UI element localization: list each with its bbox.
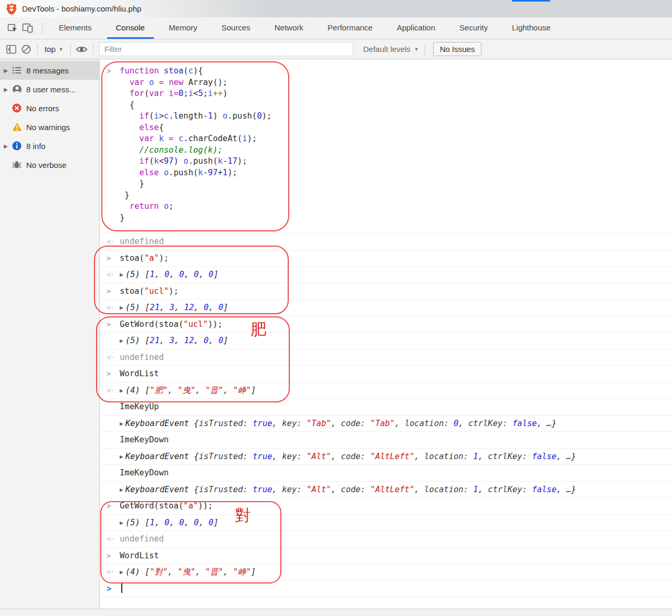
context-selector[interactable]: top ▼ [41, 45, 67, 54]
device-toolbar-icon[interactable] [20, 21, 35, 36]
info-icon [12, 141, 22, 151]
console-row-result: <·▶(5) [1, 0, 0, 0, 0] [100, 267, 672, 283]
tab-application[interactable]: Application [388, 17, 444, 39]
message-text: ▶KeyboardEvent {isTrusted: true, key: "T… [120, 419, 556, 428]
expand-triangle-icon[interactable]: ▶ [120, 486, 123, 493]
output-arrow-icon: <· [107, 352, 113, 364]
log-levels-dropdown[interactable]: Default levels ▼ [361, 45, 421, 54]
console-row-preview: ▶KeyboardEvent {isTrusted: true, key: "A… [100, 482, 672, 498]
message-text: ImeKeyDown [120, 435, 169, 444]
message-text: ▶KeyboardEvent {isTrusted: true, key: "A… [120, 452, 576, 461]
divider [93, 44, 93, 55]
message-text: ▶(5) [21, 3, 12, 0, 0] [120, 303, 228, 312]
message-text: ▶KeyboardEvent {isTrusted: true, key: "A… [120, 485, 576, 494]
expand-triangle-icon[interactable]: ▶ [120, 304, 123, 311]
sidebar-item-label: No verbose [26, 161, 67, 169]
sidebar-item-label: 8 messages [26, 66, 69, 75]
warning-icon [12, 122, 22, 132]
message-text: ▶(4) ["對", "曳", "晋", "峥"] [120, 567, 256, 577]
output-arrow-icon: <· [107, 534, 113, 545]
input-chevron-icon: > [107, 550, 111, 562]
output-arrow-icon: <· [107, 567, 113, 578]
chevron-down-icon: ▼ [414, 47, 419, 52]
divider [42, 22, 43, 35]
console-row-preview: ▶KeyboardEvent {isTrusted: true, key: "A… [100, 449, 672, 465]
expand-triangle-icon[interactable]: ▶ [0, 143, 12, 149]
tab-network[interactable]: Network [266, 17, 312, 39]
console-row-result: <·undefined [100, 233, 672, 250]
console-row-log: ImeKeyUp [100, 399, 672, 416]
message-text: ImeKeyUp [120, 402, 159, 411]
log-levels-label: Default levels [363, 45, 411, 54]
input-chevron-icon: > [107, 253, 111, 264]
message-text: ImeKeyDown [120, 468, 169, 477]
tab-lighthouse[interactable]: Lighthouse [503, 17, 559, 39]
sidebar-item-label: No warnings [26, 123, 70, 132]
expand-triangle-icon[interactable]: ▶ [120, 387, 123, 394]
error-icon [12, 103, 22, 113]
message-text: undefined [120, 353, 164, 362]
tab-elements[interactable]: Elements [50, 17, 101, 39]
message-text: WordList [120, 551, 159, 560]
console-row-prompt[interactable]: > [100, 581, 672, 598]
message-text: undefined [120, 534, 164, 544]
tab-console[interactable]: Console [107, 17, 154, 39]
expand-triangle-icon[interactable]: ▶ [120, 453, 123, 460]
divider [37, 44, 38, 55]
expand-triangle-icon[interactable]: ▶ [120, 519, 123, 526]
window-title: DevTools - boshiamy.com/hliu.php [22, 4, 141, 13]
console-sidebar-toggle-icon[interactable] [4, 42, 19, 57]
sidebar-item-8-info[interactable]: ▶8 info [0, 136, 99, 155]
background-window-edge [512, 0, 550, 2]
no-issues-button[interactable]: No Issues [433, 42, 482, 56]
console-row-input: >WordList [100, 366, 672, 383]
brave-logo-icon [6, 3, 17, 15]
sidebar-item-8-user-mess-[interactable]: ▶8 user mess... [0, 80, 99, 99]
expand-triangle-icon[interactable]: ▶ [120, 569, 123, 576]
clear-console-icon[interactable] [19, 42, 34, 57]
console-row-input: >stoa("ucl"); [100, 283, 672, 300]
console-row-input: >stoa("a"); [100, 250, 672, 267]
output-arrow-icon: <· [107, 302, 113, 314]
console-row-input: >GetWord(stoa("ucl")); [100, 316, 672, 333]
inspect-element-icon[interactable] [5, 21, 20, 36]
console-messages-pane: >function stoa(c){ var o = new Array(); … [100, 59, 672, 609]
expand-triangle-icon[interactable]: ▶ [120, 271, 123, 278]
live-expression-eye-icon[interactable] [75, 42, 89, 57]
message-text: GetWord(stoa("a")); [120, 501, 213, 511]
tab-performance[interactable]: Performance [319, 17, 382, 39]
message-text: ▶(5) [1, 0, 0, 0, 0] [120, 270, 218, 279]
expand-triangle-icon[interactable]: ▶ [0, 87, 12, 92]
expand-triangle-icon[interactable]: ▶ [0, 68, 12, 73]
sidebar-item-no-verbose[interactable]: No verbose [0, 155, 99, 174]
devtools-tabbar: ElementsConsoleMemorySourcesNetworkPerfo… [0, 17, 672, 39]
input-chevron-icon: > [107, 66, 111, 77]
sidebar-item-no-warnings[interactable]: No warnings [0, 118, 99, 136]
sidebar-item-no-errors[interactable]: No errors [0, 99, 99, 118]
verbose-icon [12, 160, 22, 170]
message-text: GetWord(stoa("ucl")); [120, 320, 223, 329]
sidebar-item-8-messages[interactable]: ▶8 messages [0, 61, 99, 80]
console-row-result: <·undefined [100, 349, 672, 366]
expand-triangle-icon[interactable]: ▶ [120, 337, 123, 344]
message-text: WordList [120, 369, 159, 378]
list-icon [12, 65, 22, 76]
expand-triangle-icon[interactable]: ▶ [120, 420, 123, 427]
user-icon [12, 84, 22, 94]
sidebar-item-label: 8 user mess... [26, 85, 76, 94]
filter-input[interactable] [99, 42, 353, 56]
console-row-input: >GetWord(stoa("a")); [100, 498, 672, 515]
tab-security[interactable]: Security [450, 17, 497, 39]
prompt-chevron-icon: > [107, 583, 111, 595]
console-row-result: <·▶(4) ["肥", "曳", "晋", "峥"] [100, 383, 672, 399]
tab-sources[interactable]: Sources [213, 17, 259, 39]
console-sidebar: ▶8 messages▶8 user mess...No errorsNo wa… [0, 59, 100, 609]
tab-memory[interactable]: Memory [160, 17, 206, 39]
message-text: stoa("a"); [120, 253, 169, 263]
statusbar [0, 609, 672, 616]
divider [70, 44, 71, 55]
chevron-down-icon: ▼ [59, 47, 64, 52]
input-chevron-icon: > [107, 368, 111, 380]
message-text: undefined [120, 237, 164, 246]
output-arrow-icon: <· [107, 269, 113, 281]
